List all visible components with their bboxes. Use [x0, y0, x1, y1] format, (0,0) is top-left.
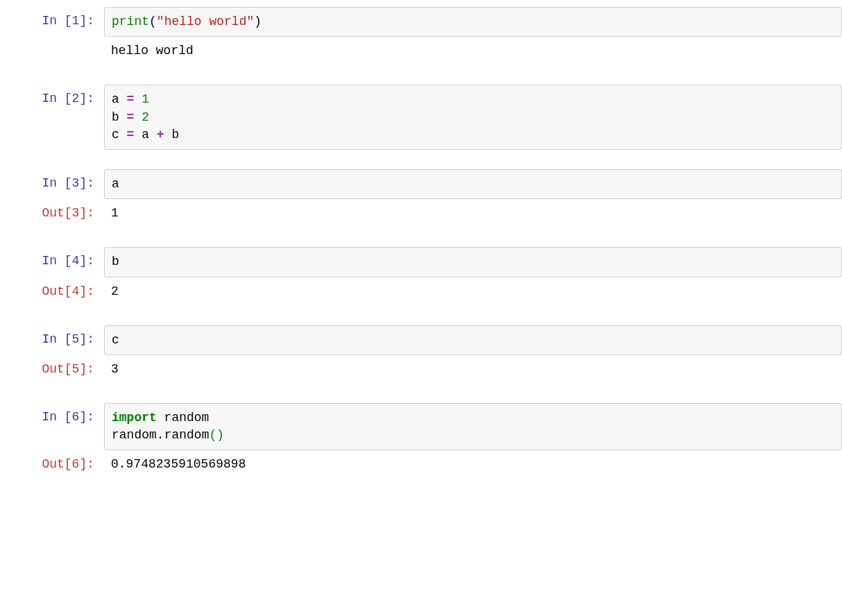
code-input[interactable]: print("hello world") [104, 7, 842, 37]
code-input[interactable]: b [104, 247, 842, 277]
output-row: Out[4]: 2 [0, 277, 842, 306]
stdout-row: hello world [0, 37, 842, 65]
result-text: 3 [104, 355, 842, 384]
output-prompt: Out[3]: [0, 199, 104, 228]
output-prompt: Out[6]: [0, 450, 104, 479]
output-prompt: Out[4]: [0, 277, 104, 306]
result-text: 0.9748235910569898 [104, 450, 842, 479]
notebook-cell: In [6]: import random random.random() [0, 403, 842, 450]
input-prompt: In [4]: [0, 247, 104, 275]
code-input[interactable]: a = 1 b = 2 c = a + b [104, 85, 842, 150]
input-prompt: In [3]: [0, 169, 104, 198]
code-input[interactable]: c [104, 325, 842, 355]
result-text: 2 [104, 277, 842, 306]
output-row: Out[6]: 0.9748235910569898 [0, 450, 842, 479]
notebook-cell: In [3]: a [0, 169, 842, 199]
output-row: Out[3]: 1 [0, 199, 842, 228]
stdout-text: hello world [104, 37, 842, 65]
output-row: Out[5]: 3 [0, 355, 842, 384]
notebook-cell: In [5]: c [0, 325, 842, 355]
input-prompt: In [1]: [0, 7, 104, 35]
empty-prompt [0, 37, 104, 48]
code-input[interactable]: import random random.random() [104, 403, 842, 450]
notebook-cell: In [4]: b [0, 247, 842, 277]
output-prompt: Out[5]: [0, 355, 104, 384]
input-prompt: In [2]: [0, 85, 104, 113]
input-prompt: In [5]: [0, 325, 104, 354]
notebook-cell: In [1]: print("hello world") [0, 7, 842, 37]
input-prompt: In [6]: [0, 403, 104, 431]
notebook-cell: In [2]: a = 1 b = 2 c = a + b [0, 85, 842, 150]
result-text: 1 [104, 199, 842, 228]
code-input[interactable]: a [104, 169, 842, 199]
